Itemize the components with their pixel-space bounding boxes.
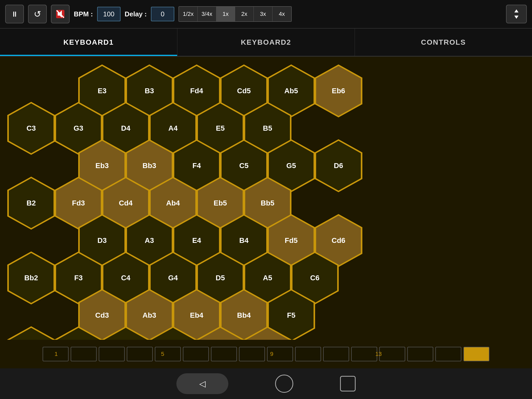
top-bar: ⏸ ↺ BPM : Delay : 1/2x 3/4x 1x 2x 3x 4x	[0, 0, 532, 29]
seq-cell-16[interactable]	[463, 347, 489, 361]
seq-cells	[43, 347, 489, 361]
seq-cell-4[interactable]	[127, 347, 153, 361]
sequencer-bar: 1 5 9 13	[0, 340, 532, 368]
tab-keyboard2[interactable]: KEYBOARD2	[177, 29, 355, 56]
seq-num-5: 5	[161, 351, 164, 357]
mult-2x[interactable]: 2x	[235, 7, 254, 21]
mute-button[interactable]	[51, 5, 70, 23]
tab-bar: KEYBOARD1 KEYBOARD2 CONTROLS	[0, 29, 532, 57]
seq-cell-7[interactable]	[211, 347, 237, 361]
bpm-label: BPM :	[74, 10, 93, 18]
seq-cell-12[interactable]	[351, 347, 377, 361]
back-button[interactable]: ◁	[176, 373, 228, 394]
sort-button[interactable]	[506, 5, 527, 23]
seq-cell-8[interactable]	[239, 347, 265, 361]
seq-num-13: 13	[375, 351, 382, 357]
hex-wrapper: Bb2	[7, 251, 55, 304]
hex-key-c3[interactable]: C3	[9, 103, 54, 153]
seq-cell-6[interactable]	[183, 347, 209, 361]
hex-key-eb6[interactable]: Eb6	[316, 66, 361, 116]
bottom-nav: ◁	[0, 368, 532, 399]
recent-button[interactable]	[340, 376, 356, 391]
multiplier-group: 1/2x 3/4x 1x 2x 3x 4x	[178, 6, 292, 22]
seq-cell-13[interactable]	[379, 347, 405, 361]
seq-cell-15[interactable]	[435, 347, 461, 361]
mult-half[interactable]: 1/2x	[179, 7, 198, 21]
seq-cell-3[interactable]	[99, 347, 125, 361]
seq-num-9: 9	[270, 351, 273, 357]
seq-cell-2[interactable]	[71, 347, 97, 361]
mult-3x[interactable]: 3x	[254, 7, 272, 21]
pause-button[interactable]: ⏸	[5, 5, 24, 23]
mult-4x[interactable]: 4x	[272, 7, 291, 21]
home-button[interactable]	[275, 375, 293, 393]
keyboard-area: E3B3Fd4Cd5Ab5Eb6C3G3D4A4E5B5Eb3Bb3F4C5G5…	[0, 57, 532, 368]
hex-key-bb2[interactable]: Bb2	[9, 253, 54, 303]
seq-cell-14[interactable]	[407, 347, 433, 361]
delay-input[interactable]	[151, 7, 174, 21]
svg-marker-4	[514, 16, 518, 19]
reset-button[interactable]: ↺	[28, 5, 47, 23]
tab-controls[interactable]: CONTROLS	[355, 29, 532, 56]
hex-key-d6[interactable]: D6	[316, 141, 361, 191]
tab-keyboard1[interactable]: KEYBOARD1	[0, 29, 177, 56]
hex-wrapper: B2	[7, 177, 55, 230]
bpm-input[interactable]	[97, 7, 121, 21]
seq-cell-5[interactable]	[155, 347, 181, 361]
delay-label: Delay :	[125, 10, 147, 18]
hex-wrapper: Eb6	[315, 64, 362, 117]
hex-grid: E3B3Fd4Cd5Ab5Eb6C3G3D4A4E5B5Eb3Bb3F4C5G5…	[0, 62, 532, 345]
hex-wrapper: D6	[315, 139, 362, 192]
hex-key-b2[interactable]: B2	[9, 178, 54, 228]
mult-1x[interactable]: 1x	[216, 7, 235, 21]
seq-cell-10[interactable]	[295, 347, 321, 361]
seq-cell-11[interactable]	[323, 347, 349, 361]
seq-num-1: 1	[55, 351, 58, 357]
hex-wrapper: C3	[7, 102, 55, 155]
mult-3quarter[interactable]: 3/4x	[198, 7, 216, 21]
svg-marker-3	[514, 9, 518, 12]
